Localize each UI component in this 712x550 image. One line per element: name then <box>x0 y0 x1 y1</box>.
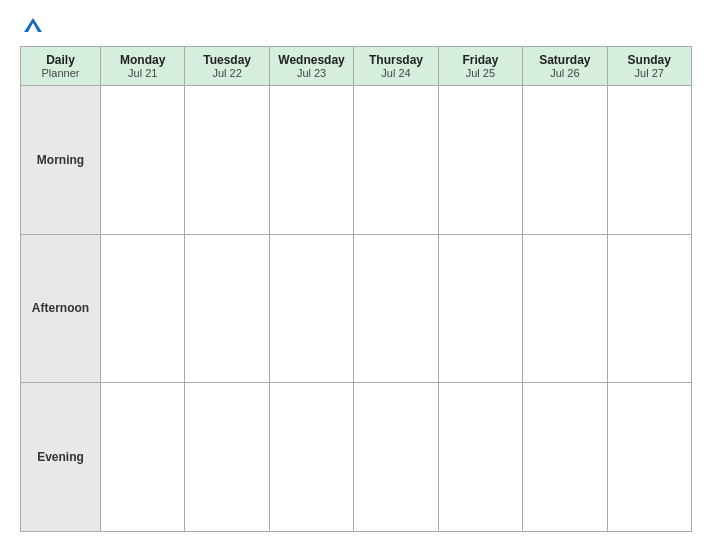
day-name-1: Tuesday <box>189 53 264 67</box>
cell-evening-tuesday[interactable] <box>185 383 269 532</box>
header-label-line1: Daily <box>25 53 96 67</box>
cell-evening-wednesday[interactable] <box>269 383 353 532</box>
cell-morning-wednesday[interactable] <box>269 86 353 235</box>
day-name-4: Friday <box>443 53 518 67</box>
header-day-monday: MondayJul 21 <box>101 47 185 86</box>
cell-evening-friday[interactable] <box>438 383 522 532</box>
row-morning: Morning <box>21 86 692 235</box>
day-date-5: Jul 26 <box>527 67 602 79</box>
day-name-0: Monday <box>105 53 180 67</box>
day-date-4: Jul 25 <box>443 67 518 79</box>
cell-evening-sunday[interactable] <box>607 383 691 532</box>
header-day-wednesday: WednesdayJul 23 <box>269 47 353 86</box>
row-evening: Evening <box>21 383 692 532</box>
cell-evening-saturday[interactable] <box>523 383 607 532</box>
row-label-morning: Morning <box>21 86 101 235</box>
row-label-afternoon: Afternoon <box>21 234 101 383</box>
cell-afternoon-saturday[interactable] <box>523 234 607 383</box>
cell-evening-thursday[interactable] <box>354 383 438 532</box>
day-date-2: Jul 23 <box>274 67 349 79</box>
logo-triangle-icon <box>24 18 42 32</box>
cell-afternoon-friday[interactable] <box>438 234 522 383</box>
cell-afternoon-tuesday[interactable] <box>185 234 269 383</box>
day-date-3: Jul 24 <box>358 67 433 79</box>
header-label-line2: Planner <box>25 67 96 79</box>
header-day-friday: FridayJul 25 <box>438 47 522 86</box>
cell-afternoon-wednesday[interactable] <box>269 234 353 383</box>
header-day-tuesday: TuesdayJul 22 <box>185 47 269 86</box>
cell-afternoon-monday[interactable] <box>101 234 185 383</box>
cell-evening-monday[interactable] <box>101 383 185 532</box>
row-label-evening: Evening <box>21 383 101 532</box>
logo-area <box>20 18 42 32</box>
cell-afternoon-sunday[interactable] <box>607 234 691 383</box>
planner-body: MorningAfternoonEvening <box>21 86 692 532</box>
day-date-6: Jul 27 <box>612 67 687 79</box>
header-day-sunday: SundayJul 27 <box>607 47 691 86</box>
day-name-3: Thursday <box>358 53 433 67</box>
cell-morning-tuesday[interactable] <box>185 86 269 235</box>
header-row: Daily Planner MondayJul 21TuesdayJul 22W… <box>21 47 692 86</box>
cell-morning-friday[interactable] <box>438 86 522 235</box>
planner-table: Daily Planner MondayJul 21TuesdayJul 22W… <box>20 46 692 532</box>
day-name-2: Wednesday <box>274 53 349 67</box>
header-day-saturday: SaturdayJul 26 <box>523 47 607 86</box>
day-name-5: Saturday <box>527 53 602 67</box>
cell-afternoon-thursday[interactable] <box>354 234 438 383</box>
header-label-cell: Daily Planner <box>21 47 101 86</box>
page-header <box>20 18 692 32</box>
cell-morning-thursday[interactable] <box>354 86 438 235</box>
cell-morning-monday[interactable] <box>101 86 185 235</box>
header-day-thursday: ThursdayJul 24 <box>354 47 438 86</box>
row-afternoon: Afternoon <box>21 234 692 383</box>
cell-morning-saturday[interactable] <box>523 86 607 235</box>
day-date-1: Jul 22 <box>189 67 264 79</box>
day-name-6: Sunday <box>612 53 687 67</box>
day-date-0: Jul 21 <box>105 67 180 79</box>
cell-morning-sunday[interactable] <box>607 86 691 235</box>
